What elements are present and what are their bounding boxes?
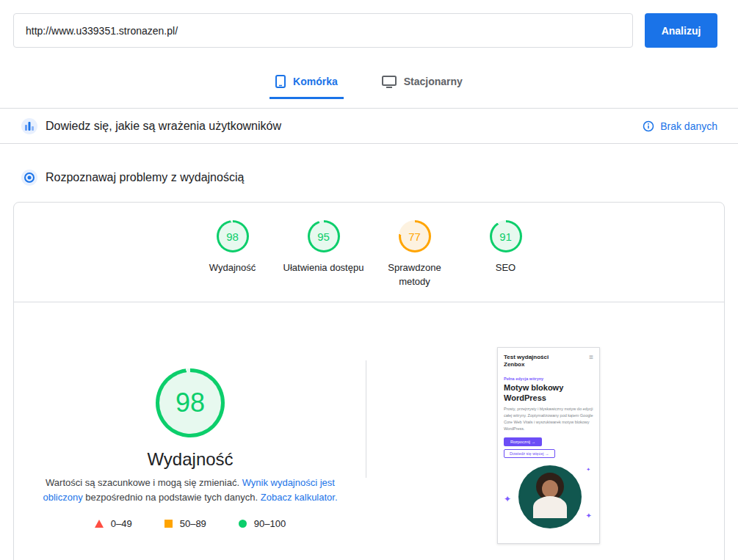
phone-icon <box>275 75 286 88</box>
card-divider <box>14 302 724 302</box>
legend-range: 90–100 <box>254 518 286 529</box>
green-circle-icon <box>239 520 247 528</box>
tab-mobile-label: Komórka <box>293 76 338 87</box>
legend-item-pass: 90–100 <box>239 518 286 529</box>
thumb-heading: Motyw blokowy WordPress <box>504 383 593 404</box>
legend-range: 50–89 <box>180 518 206 529</box>
score-label: SEO <box>496 261 515 275</box>
score-legend: 0–49 50–89 90–100 <box>14 518 366 529</box>
score-value: 91 <box>499 230 512 243</box>
performance-score: 98 <box>176 388 205 418</box>
legend-item-average: 50–89 <box>164 518 206 529</box>
thumb-header: Test wydajności Zenbox ≡ <box>504 354 593 369</box>
thumb-start-button: Rozpocznij → <box>504 437 542 446</box>
user-experience-section: Dowiedz się, jakie są wrażenia użytkowni… <box>0 108 738 144</box>
score-label: Sprawdzone metody <box>388 261 441 289</box>
score-gauge: 98 <box>217 220 249 252</box>
url-input[interactable] <box>13 13 633 48</box>
performance-summary: 98 Wydajność Wartości są szacunkowe i mo… <box>14 341 366 529</box>
score-gauge: 77 <box>399 220 431 252</box>
user-experience-title: Dowiedz się, jakie są wrażenia użytkowni… <box>46 120 281 133</box>
score-label: Ułatwienia dostępu <box>283 261 364 275</box>
category-scores: 98 Wydajność 95 Ułatwienia dostępu 77 Sp… <box>14 220 724 289</box>
score-gauge: 91 <box>490 220 522 252</box>
tab-desktop[interactable]: Stacjonarny <box>376 69 469 99</box>
page-thumbnail: Test wydajności Zenbox ≡ Pełna edycja wi… <box>497 347 600 544</box>
desktop-icon <box>382 76 397 88</box>
thumb-eyebrow: Pełna edycja witryny <box>504 377 593 381</box>
orange-square-icon <box>164 520 173 528</box>
calculator-link[interactable]: Zobacz kalkulator. <box>261 492 338 503</box>
legend-range: 0–49 <box>111 518 132 529</box>
sparkle-icon: ✦ <box>586 467 590 472</box>
device-tabs: Komórka Stacjonarny <box>0 69 738 99</box>
score-value: 98 <box>226 230 239 243</box>
performance-gauge: 98 <box>156 368 225 437</box>
user-experience-icon <box>21 117 38 135</box>
tab-desktop-label: Stacjonarny <box>404 76 463 87</box>
disclaimer-text-1: Wartości są szacunkowe i mogą się zmieni… <box>46 477 242 488</box>
person-face <box>542 480 558 498</box>
score-value: 95 <box>317 230 330 243</box>
analyze-button[interactable]: Analizuj <box>645 13 717 48</box>
score-gauge: 95 <box>308 220 340 252</box>
score-item-best-practices[interactable]: 77 Sprawdzone metody <box>375 220 455 289</box>
score-item-accessibility[interactable]: 95 Ułatwienia dostępu <box>283 220 364 289</box>
thumb-body-text: Prosty, przejrzysty i błyskawiczny motyw… <box>504 406 593 432</box>
tab-mobile[interactable]: Komórka <box>269 69 344 99</box>
hamburger-menu-icon: ≡ <box>589 354 593 361</box>
red-triangle-icon <box>95 520 104 528</box>
diagnose-section: Rozpoznawaj problemy z wydajnością <box>0 166 738 189</box>
score-label: Wydajność <box>209 261 256 275</box>
score-value: 77 <box>408 230 421 243</box>
no-data-status: Brak danych <box>643 120 717 132</box>
thumb-learn-more-button: Dowiedz się więcej → <box>504 449 555 458</box>
info-icon[interactable] <box>643 120 654 132</box>
legend-item-fail: 0–49 <box>95 518 132 529</box>
no-data-link[interactable]: Brak danych <box>660 120 717 132</box>
disclaimer-text-2: bezpośrednio na podstawie tych danych. <box>83 492 261 503</box>
diagnose-title: Rozpoznawaj problemy z wydajnością <box>46 171 244 184</box>
disclaimer: Wartości są szacunkowe i mogą się zmieni… <box>26 476 354 505</box>
thumb-site-title: Test wydajności Zenbox <box>504 354 558 369</box>
score-item-performance[interactable]: 98 Wydajność <box>192 220 273 289</box>
insights-icon <box>21 169 38 186</box>
performance-title: Wydajność <box>14 449 366 470</box>
vertical-divider <box>366 360 366 478</box>
sparkle-icon: ✦ <box>504 495 511 503</box>
score-item-seo[interactable]: 91 SEO <box>466 220 546 289</box>
sparkle-icon: ✦ <box>586 512 592 520</box>
results-card: 98 Wydajność 95 Ułatwienia dostępu 77 Sp… <box>13 202 725 560</box>
thumb-hero-image: ✦ ✦ ✦ <box>504 462 593 521</box>
person-shirt <box>533 496 567 518</box>
